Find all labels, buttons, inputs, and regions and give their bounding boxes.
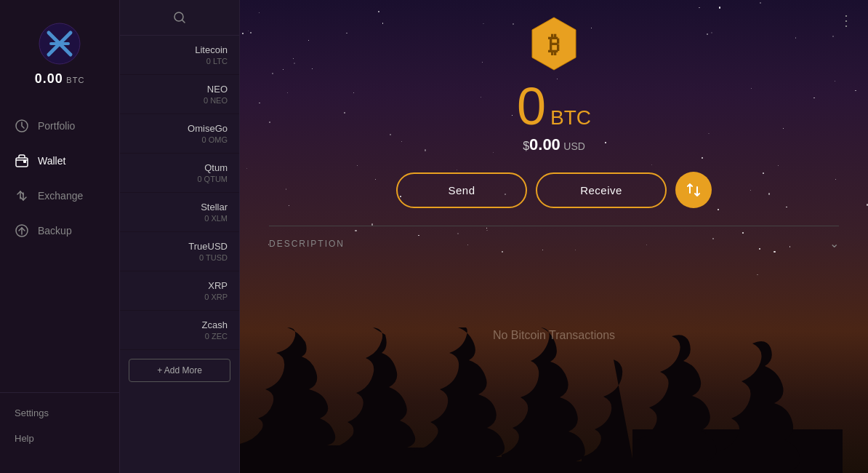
balance-currency: BTC <box>66 76 84 84</box>
usd-amount: 0.00 <box>529 135 560 154</box>
sidebar: 0.00 BTC Portfolio Wallet <box>0 0 120 473</box>
add-more-button[interactable]: + Add More <box>129 359 230 382</box>
backup-label: Backup <box>38 225 72 236</box>
more-icon: ⋮ <box>839 12 853 28</box>
portfolio-label: Portfolio <box>38 120 75 132</box>
coin-item-xrp[interactable]: XRP 0 XRP <box>120 271 239 311</box>
settings-label: Settings <box>15 408 49 418</box>
more-options-button[interactable]: ⋮ <box>839 12 853 29</box>
sidebar-item-help[interactable]: Help <box>0 426 119 451</box>
svg-line-12 <box>182 20 185 23</box>
send-button[interactable]: Send <box>396 172 527 208</box>
action-buttons: Send Receive <box>396 172 712 208</box>
content-area: ₿ 0 BTC $0.00 USD Send Receive DESCRIPTI <box>240 0 868 261</box>
tree-silhouette <box>240 327 843 473</box>
help-label: Help <box>15 433 34 444</box>
backup-icon <box>15 223 29 238</box>
search-bar[interactable] <box>120 0 239 36</box>
no-transactions-label: No Bitcoin Transactions <box>493 329 615 342</box>
coin-item-litecoin[interactable]: Litecoin 0 LTC <box>120 36 239 75</box>
receive-button[interactable]: Receive <box>536 172 667 208</box>
app-logo <box>38 22 81 65</box>
swap-button[interactable] <box>675 172 712 208</box>
btc-balance: 0 BTC <box>517 80 591 132</box>
balance-amount: 0.00 <box>35 71 63 86</box>
logo-section: 0.00 BTC <box>0 15 119 101</box>
btc-unit: BTC <box>550 106 591 130</box>
portfolio-icon <box>15 119 29 133</box>
btc-amount: 0 <box>517 80 546 132</box>
sidebar-item-backup[interactable]: Backup <box>0 213 119 248</box>
exchange-label: Exchange <box>38 190 83 202</box>
coin-item-omisego[interactable]: OmiseGo 0 OMG <box>120 114 239 154</box>
coin-list: Litecoin 0 LTC NEO 0 NEO OmiseGo 0 OMG Q… <box>120 0 240 473</box>
wallet-icon <box>15 154 29 168</box>
usd-unit: USD <box>563 140 585 152</box>
coin-item-stellar[interactable]: Stellar 0 XLM <box>120 193 239 232</box>
main-panel: ⋮ ₿ 0 BTC $0.00 USD Send Receive <box>240 0 868 473</box>
sidebar-item-portfolio[interactable]: Portfolio <box>0 108 119 143</box>
swap-icon <box>685 181 702 199</box>
sidebar-bottom: Settings Help <box>0 392 119 458</box>
description-section[interactable]: DESCRIPTION ⌄ <box>269 226 839 261</box>
main-nav: Portfolio Wallet <box>0 101 119 392</box>
search-icon <box>172 10 187 25</box>
coin-item-zcash[interactable]: Zcash 0 ZEC <box>120 311 239 350</box>
usd-symbol: $ <box>523 140 529 152</box>
sidebar-item-exchange[interactable]: Exchange <box>0 178 119 213</box>
exchange-icon <box>15 188 29 203</box>
wallet-label: Wallet <box>38 155 65 167</box>
usd-value: $0.00 USD <box>523 135 585 154</box>
sidebar-item-settings[interactable]: Settings <box>0 400 119 426</box>
coin-item-neo[interactable]: NEO 0 NEO <box>120 75 239 114</box>
chevron-down-icon: ⌄ <box>829 236 839 250</box>
description-label: DESCRIPTION <box>269 239 345 249</box>
coin-item-trueusd[interactable]: TrueUSD 0 TUSD <box>120 232 239 271</box>
sidebar-balance: 0.00 BTC <box>35 71 85 87</box>
btc-hex-icon: ₿ <box>525 15 583 73</box>
coin-item-qtum[interactable]: Qtum 0 QTUM <box>120 154 239 193</box>
svg-text:₿: ₿ <box>548 31 560 57</box>
sidebar-item-wallet[interactable]: Wallet <box>0 143 119 178</box>
